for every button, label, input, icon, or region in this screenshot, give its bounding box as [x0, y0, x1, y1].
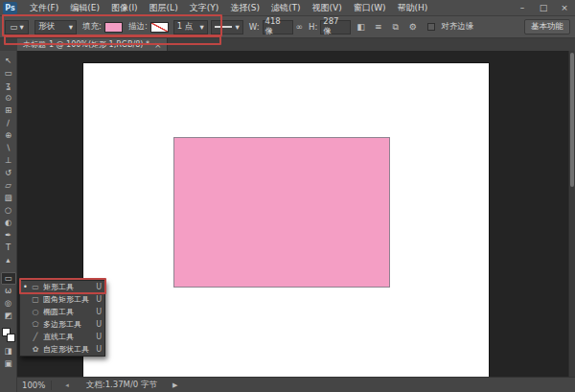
status-bar: 100% ◂ 文档:1.37M/0 字节 ▶: [17, 377, 575, 392]
shortcut-label: U: [94, 333, 102, 341]
path-selection-tool[interactable]: ▴: [1, 254, 16, 266]
status-arrow-icon[interactable]: ▶: [172, 381, 177, 389]
stroke-color-swatch[interactable]: [150, 22, 169, 33]
vertical-scrollbar[interactable]: [568, 51, 575, 377]
pen-tool[interactable]: ✒: [1, 229, 16, 242]
menu-item-layer[interactable]: 图层(L): [144, 2, 184, 14]
close-button[interactable]: ×: [554, 0, 575, 15]
flyout-item-rectangle-tool[interactable]: • ▭ 矩形工具 U: [20, 281, 104, 293]
path-operations-icon[interactable]: ◧: [354, 20, 368, 35]
document-size-info: 文档:1.37M/0 字节: [86, 380, 157, 391]
stroke-width-field[interactable]: 1 点 ▾: [173, 20, 208, 35]
menu-bar: Ps 文件(F) 编辑(E) 图像(I) 图层(L) 文字(Y) 选择(S) 滤…: [0, 0, 575, 16]
menu-item-file[interactable]: 文件(F): [24, 2, 64, 14]
status-expand-icon[interactable]: ◂: [65, 381, 69, 389]
crop-tool[interactable]: ⊞: [1, 104, 16, 117]
eyedropper-tool[interactable]: ∕: [1, 117, 16, 129]
ps-logo-icon: Ps: [3, 2, 17, 14]
menu-item-view[interactable]: 视图(V): [306, 2, 347, 14]
line-icon: ╱: [31, 333, 40, 341]
screen-mode-button[interactable]: ▣: [1, 357, 16, 370]
fill-color-swatch[interactable]: [104, 22, 123, 33]
menu-item-type[interactable]: 文字(Y): [184, 2, 225, 14]
shape-width-field[interactable]: 418 像: [263, 20, 293, 35]
shortcut-label: U: [94, 283, 102, 291]
tool-mode-dropdown[interactable]: 形状 ▾: [34, 20, 77, 35]
flyout-item-custom-shape-tool[interactable]: ✿ 自定形状工具 U: [20, 343, 104, 356]
menu-item-edit[interactable]: 编辑(E): [64, 2, 105, 14]
gradient-tool[interactable]: ▨: [1, 192, 16, 204]
menu-item-image[interactable]: 图像(I): [105, 2, 144, 14]
scrollbar-thumb[interactable]: [570, 53, 574, 187]
shortcut-label: U: [94, 345, 102, 354]
document-tab[interactable]: 未标题-1 @ 100%(矩形 1,RGB/8) * ×: [17, 38, 168, 51]
flyout-item-rounded-rectangle-tool[interactable]: ▢ 圆角矩形工具 U: [20, 293, 104, 306]
shape-height-field[interactable]: 287 像: [320, 20, 351, 35]
link-dimensions-icon[interactable]: ∞: [296, 22, 304, 32]
gear-icon[interactable]: ⚙: [405, 20, 420, 35]
default-colors-icon[interactable]: ◩: [1, 310, 16, 322]
active-tool-bullet: •: [23, 283, 28, 291]
move-tool[interactable]: ↖: [1, 55, 16, 67]
window-controls: – □ ×: [512, 0, 575, 15]
tool-preset-picker[interactable]: ▭ ▾: [5, 20, 29, 35]
minimize-button[interactable]: –: [512, 0, 533, 15]
zoom-level-field[interactable]: 100%: [22, 380, 52, 390]
hand-tool[interactable]: ω: [1, 285, 16, 297]
height-label: H:: [309, 22, 317, 32]
clone-stamp-tool[interactable]: ⊥: [1, 154, 16, 167]
workspace-switcher-button[interactable]: 基本功能: [524, 19, 570, 35]
background-color-swatch[interactable]: [7, 334, 15, 342]
eraser-tool[interactable]: ▱: [1, 179, 16, 192]
menu-item-select[interactable]: 选择(S): [224, 2, 265, 14]
tools-panel: ↖ ▭ ʓ ⊙ ⊞ ∕ ⊕ ∖ ⊥ ↺ ▱ ▨ ○ ◐ ✒ T ▴ ▭ ω ◎ …: [0, 51, 17, 392]
flyout-item-polygon-tool[interactable]: ⬠ 多边形工具 U: [20, 318, 104, 331]
align-edges-checkbox[interactable]: [427, 23, 435, 31]
shortcut-label: U: [94, 320, 102, 329]
shape-tools-flyout: • ▭ 矩形工具 U ▢ 圆角矩形工具 U ○ 椭圆工具 U ⬠ 多边形工具 U…: [19, 280, 105, 357]
stroke-label: 描边:: [128, 21, 148, 33]
menu-item-help[interactable]: 帮助(H): [392, 2, 434, 14]
path-arrangement-icon[interactable]: ⧉: [388, 20, 402, 35]
rectangle-tool[interactable]: ▭: [1, 272, 16, 285]
tab-close-icon[interactable]: ×: [154, 40, 162, 50]
stroke-type-dropdown[interactable]: ▾: [211, 20, 243, 35]
zoom-tool[interactable]: ◎: [1, 297, 16, 310]
maximize-button[interactable]: □: [533, 0, 554, 15]
chevron-down-icon: ▾: [199, 22, 203, 32]
fill-label: 填充:: [82, 21, 102, 33]
shortcut-label: U: [94, 295, 102, 304]
polygon-icon: ⬠: [31, 320, 40, 329]
chevron-down-icon: ▾: [235, 22, 239, 32]
document-canvas[interactable]: [83, 63, 489, 377]
chevron-down-icon: ▾: [69, 22, 73, 32]
history-brush-tool[interactable]: ↺: [1, 167, 16, 179]
rectangular-marquee-tool[interactable]: ▭: [1, 67, 16, 80]
width-label: W:: [249, 22, 260, 32]
solid-line-icon: [215, 26, 232, 28]
path-alignment-icon[interactable]: ≡: [371, 20, 385, 35]
blur-tool[interactable]: ○: [1, 204, 16, 217]
rectangle-tool-icon: ▭: [10, 22, 17, 32]
menu-item-filter[interactable]: 滤镜(T): [265, 2, 307, 14]
options-bar: ▭ ▾ 形状 ▾ 填充: 描边: 1 点 ▾ ▾ W: 418 像 ∞ H: 2…: [0, 16, 575, 38]
lasso-tool[interactable]: ʓ: [1, 80, 16, 92]
rectangle-icon: ▭: [31, 283, 40, 291]
custom-shape-icon: ✿: [31, 345, 40, 354]
ellipse-icon: ○: [31, 308, 40, 316]
color-swatches: [1, 328, 16, 345]
pink-rectangle-shape: [173, 137, 390, 288]
shortcut-label: U: [94, 308, 102, 316]
type-tool[interactable]: T: [1, 242, 16, 254]
flyout-item-line-tool[interactable]: ╱ 直线工具 U: [20, 331, 104, 343]
brush-tool[interactable]: ∖: [1, 142, 16, 154]
tab-strip: 未标题-1 @ 100%(矩形 1,RGB/8) * ×: [0, 38, 575, 51]
rounded-rectangle-icon: ▢: [31, 295, 40, 304]
quick-selection-tool[interactable]: ⊙: [1, 92, 16, 104]
flyout-item-ellipse-tool[interactable]: ○ 椭圆工具 U: [20, 306, 104, 318]
menu-item-window[interactable]: 窗口(W): [348, 2, 392, 14]
align-edges-label: 对齐边缘: [441, 21, 473, 33]
spot-healing-brush-tool[interactable]: ⊕: [1, 129, 16, 142]
dodge-tool[interactable]: ◐: [1, 217, 16, 229]
quick-mask-button[interactable]: ◨: [1, 345, 16, 357]
